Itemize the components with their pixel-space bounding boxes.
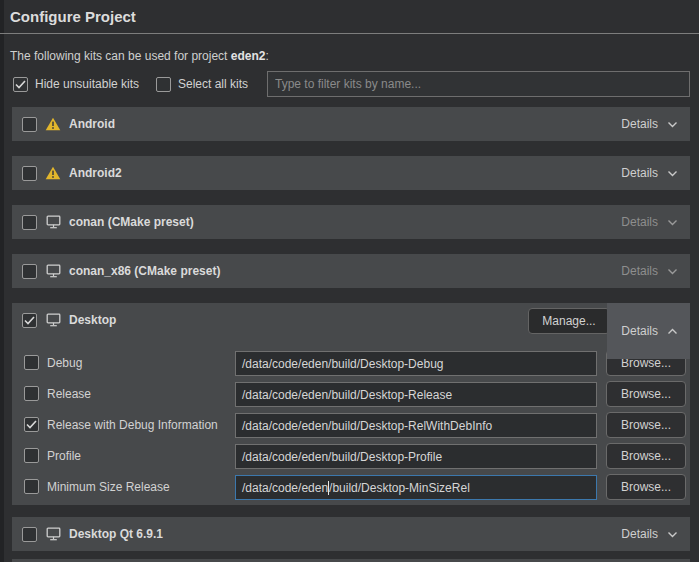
kit-checkbox[interactable]: [22, 166, 37, 181]
chevron-down-icon: [667, 215, 678, 229]
details-label: Details: [621, 264, 658, 278]
details-label: Details: [621, 215, 658, 229]
build-config-label: Release with Debug Information: [47, 418, 218, 432]
kit-row: Android2Details: [12, 156, 690, 190]
details-label: Details: [621, 527, 658, 541]
kit-row: Desktop Qt 6.9.1Details: [12, 517, 690, 551]
browse-button[interactable]: Browse...: [606, 381, 686, 407]
build-directory-input[interactable]: /data/code/eden/build/Desktop-Release: [235, 382, 597, 407]
kit-header: Android: [12, 107, 690, 141]
kit-name: Desktop: [69, 313, 116, 327]
details-label: Details: [621, 117, 658, 131]
desktop-icon: [45, 264, 61, 279]
build-config-row: Release/data/code/eden/build/Desktop-Rel…: [12, 381, 690, 408]
window-left-edge: [0, 0, 4, 562]
manage-button-label: Manage...: [542, 314, 595, 328]
kit-checkbox[interactable]: [22, 215, 37, 230]
details-toggle[interactable]: Details: [607, 156, 690, 190]
build-config-row: Profile/data/code/eden/build/Desktop-Pro…: [12, 443, 690, 470]
build-config-row: Release with Debug Information/data/code…: [12, 412, 690, 439]
kit-row: conan_x86 (CMake preset)Details: [12, 254, 690, 288]
browse-button[interactable]: Browse...: [606, 412, 686, 438]
kit-filter-input[interactable]: [267, 71, 690, 97]
project-name: eden2: [231, 49, 266, 63]
kit-row: DesktopManage...DetailsDebug/data/code/e…: [12, 303, 690, 505]
details-toggle[interactable]: Details: [607, 517, 690, 551]
manage-kits-button[interactable]: Manage...: [528, 308, 610, 334]
chevron-down-icon: [667, 264, 678, 278]
build-config-label: Minimum Size Release: [47, 480, 170, 494]
build-config-checkbox[interactable]: [24, 386, 39, 401]
build-directory-input[interactable]: /data/code/eden/build/Desktop-Profile: [235, 444, 597, 469]
chevron-down-icon: [667, 527, 678, 541]
chevron-down-icon: [667, 117, 678, 131]
checkbox-unchecked-icon[interactable]: [156, 77, 171, 92]
warning-icon: [45, 117, 61, 132]
build-config-label: Debug: [47, 356, 82, 370]
build-directory-input[interactable]: /data/code/eden/build/Desktop-RelWithDeb…: [235, 413, 597, 438]
details-label: Details: [621, 324, 658, 338]
kit-name: Desktop Qt 6.9.1: [69, 527, 163, 541]
hide-unsuitable-kits-label: Hide unsuitable kits: [35, 77, 139, 91]
kit-header: conan_x86 (CMake preset): [12, 254, 690, 288]
kit-checkbox[interactable]: [22, 117, 37, 132]
kit-name: conan_x86 (CMake preset): [69, 264, 220, 278]
kit-checkbox[interactable]: [22, 264, 37, 279]
build-config-checkbox[interactable]: [24, 448, 39, 463]
checkbox-checked-icon[interactable]: [13, 77, 28, 92]
path-text: /data/code/eden/build/Desktop-RelWithDeb…: [242, 419, 492, 433]
build-config-checkbox[interactable]: [24, 417, 39, 432]
kit-list: AndroidDetailsAndroid2Detailsconan (CMak…: [12, 107, 690, 562]
build-directory-input[interactable]: /data/code/eden/build/Desktop-Debug: [235, 351, 597, 376]
path-text: /data/code/eden/build/Desktop-Profile: [242, 450, 442, 464]
configure-project-page: Configure Project The following kits can…: [0, 0, 699, 562]
path-text: /data/code/eden/build/Desktop-Release: [242, 388, 452, 402]
page-title: Configure Project: [10, 8, 136, 25]
details-toggle[interactable]: Details: [607, 254, 690, 288]
kit-header: Desktop Qt 6.9.1: [12, 517, 690, 551]
path-text: /data/code/eden/build/Desktop-Debug: [242, 357, 443, 371]
browse-button-label: Browse...: [621, 387, 671, 401]
select-all-kits-label: Select all kits: [178, 77, 248, 91]
browse-button[interactable]: Browse...: [606, 474, 686, 500]
details-label: Details: [621, 166, 658, 180]
kit-row: AndroidDetails: [12, 107, 690, 141]
build-config-label: Release: [47, 387, 91, 401]
build-config-label: Profile: [47, 449, 81, 463]
path-text-after-cursor: /build/Desktop-MinSizeRel: [329, 481, 470, 495]
desktop-icon: [45, 215, 61, 230]
kit-name: conan (CMake preset): [69, 215, 194, 229]
build-directory-input[interactable]: /data/code/eden/build/Desktop-MinSizeRel: [235, 475, 597, 500]
browse-button-label: Browse...: [621, 480, 671, 494]
warning-icon: [45, 166, 61, 181]
kit-header: Android2: [12, 156, 690, 190]
kit-name: Android2: [69, 166, 122, 180]
kit-row: conan (CMake preset)Details: [12, 205, 690, 239]
desktop-icon: [45, 313, 61, 328]
build-config-checkbox[interactable]: [24, 479, 39, 494]
kits-intro-text: The following kits can be used for proje…: [10, 49, 269, 63]
title-separator: [0, 33, 699, 34]
chevron-down-icon: [667, 166, 678, 180]
browse-button-label: Browse...: [621, 418, 671, 432]
kit-header: conan (CMake preset): [12, 205, 690, 239]
path-text-before-cursor: /data/code/eden: [242, 481, 328, 495]
browse-button-label: Browse...: [621, 449, 671, 463]
build-config-checkbox[interactable]: [24, 355, 39, 370]
build-config-row: Debug/data/code/eden/build/Desktop-Debug…: [12, 350, 690, 377]
build-config-row: Minimum Size Release/data/code/eden/buil…: [12, 474, 690, 501]
hide-unsuitable-kits-checkbox[interactable]: Hide unsuitable kits: [13, 76, 139, 92]
details-toggle[interactable]: Details: [607, 303, 690, 359]
kit-name: Android: [69, 117, 115, 131]
chevron-up-icon: [667, 324, 678, 338]
kit-checkbox[interactable]: [22, 527, 37, 542]
kit-checkbox[interactable]: [22, 313, 37, 328]
intro-prefix: The following kits can be used for proje…: [10, 49, 231, 63]
details-toggle[interactable]: Details: [607, 205, 690, 239]
desktop-icon: [45, 527, 61, 542]
browse-button[interactable]: Browse...: [606, 443, 686, 469]
intro-suffix: :: [265, 49, 268, 63]
select-all-kits-checkbox[interactable]: Select all kits: [156, 76, 248, 92]
details-toggle[interactable]: Details: [607, 107, 690, 141]
